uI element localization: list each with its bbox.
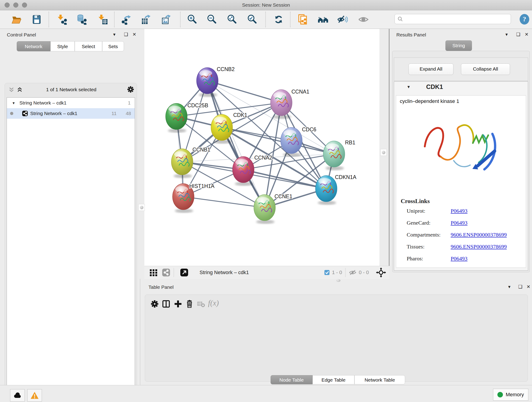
- zoom-selected-icon[interactable]: [247, 13, 258, 26]
- toolbar-separator: [290, 12, 291, 27]
- table-panel: Table Panel ▾ ❑ ✕ f(x) shared namenameca…: [140, 283, 532, 385]
- tab-node-table[interactable]: Node Table: [271, 375, 312, 384]
- tree-expand-icon[interactable]: ▼: [12, 101, 15, 105]
- open-in-window-icon[interactable]: [180, 268, 189, 277]
- refresh-icon[interactable]: [273, 13, 284, 26]
- panel-collapse-icon[interactable]: ▾: [505, 32, 508, 37]
- zoom-in-icon[interactable]: [186, 13, 197, 26]
- panel-collapse-icon[interactable]: ▾: [113, 32, 115, 37]
- panel-close-icon[interactable]: ✕: [525, 32, 529, 37]
- zoom-out-icon[interactable]: [206, 13, 217, 26]
- network-canvas[interactable]: CCNB2CCNA1CDC25BCDK1CDC6RB1CCNB1CCNA2CDK…: [144, 29, 380, 266]
- node-label: CCNA2: [254, 155, 272, 161]
- toolbar-separator: [49, 12, 49, 27]
- import-network-database-icon[interactable]: [76, 13, 87, 26]
- delete-column-icon[interactable]: [186, 300, 193, 309]
- tab-sets[interactable]: Sets: [102, 41, 124, 51]
- network-node-CDKN1A[interactable]: CDKN1A: [316, 174, 356, 205]
- selected-checkbox-icon[interactable]: [324, 270, 330, 275]
- network-node-CCNE1[interactable]: CCNE1: [254, 193, 292, 224]
- tab-network[interactable]: Network: [17, 41, 51, 51]
- network-node-RB1[interactable]: RB1: [323, 140, 355, 170]
- network-node-CCNB1[interactable]: CCNB1: [171, 147, 210, 178]
- crosslink-genecard-link[interactable]: P06493: [451, 220, 467, 226]
- import-network-file-icon[interactable]: [56, 13, 67, 26]
- node-label: CCNA1: [291, 89, 309, 95]
- automation-cloud-button[interactable]: [10, 389, 25, 402]
- warnings-button[interactable]: [27, 389, 42, 402]
- node-label: CDC25B: [187, 102, 208, 108]
- network-view-title: String Network – cdk1: [200, 269, 249, 275]
- tab-string[interactable]: String: [445, 40, 472, 51]
- zoom-fit-icon[interactable]: [226, 13, 237, 26]
- help-icon[interactable]: ?: [519, 13, 530, 26]
- birds-eye-grid-icon[interactable]: [149, 268, 158, 277]
- tab-network-table[interactable]: Network Table: [355, 375, 405, 384]
- node-label: CCNE1: [274, 193, 292, 199]
- node-count: 11: [112, 111, 117, 116]
- crosslink-label: GeneCard:: [407, 220, 431, 226]
- tab-edge-table[interactable]: Edge Table: [312, 375, 355, 384]
- crosslink-tissues-link[interactable]: 9606.ENSP00000378699: [451, 244, 507, 250]
- panel-collapse-icon[interactable]: ▾: [508, 284, 510, 289]
- entry-card: cyclin–dependent kinase 1 CrossLinks Uni…: [396, 95, 526, 268]
- export-network-icon[interactable]: [121, 13, 132, 26]
- panel-float-icon[interactable]: ❑: [518, 284, 522, 289]
- left-splitter[interactable]: [140, 29, 144, 279]
- entry-collapse-icon[interactable]: ▼: [407, 85, 411, 89]
- panel-close-icon[interactable]: ✕: [133, 32, 136, 37]
- string-home-icon[interactable]: [317, 13, 329, 26]
- export-table-icon[interactable]: [141, 13, 152, 26]
- panel-close-icon[interactable]: ✕: [526, 284, 530, 289]
- tab-style[interactable]: Style: [51, 41, 75, 51]
- open-session-icon[interactable]: [11, 13, 22, 26]
- function-builder-icon: f(x): [208, 299, 219, 307]
- panel-float-icon[interactable]: ❑: [516, 32, 520, 37]
- search-field: [394, 14, 511, 24]
- horizontal-splitter-handle[interactable]: [336, 279, 341, 282]
- window-minimize-button[interactable]: [13, 2, 18, 7]
- add-column-icon[interactable]: [174, 300, 182, 309]
- network-edge: [207, 81, 265, 208]
- table-gear-icon[interactable]: [151, 300, 158, 309]
- string-import-icon[interactable]: [298, 13, 309, 26]
- network-node-CCNB2[interactable]: CCNB2: [196, 66, 234, 97]
- collapse-all-button[interactable]: Collapse All: [461, 64, 510, 75]
- network-tree-child-row[interactable]: String Network – cdk1 11 48: [7, 108, 135, 119]
- pan-crosshair-icon[interactable]: [376, 267, 386, 278]
- window-zoom-button[interactable]: [22, 2, 27, 7]
- hide-unhide-icon[interactable]: [337, 13, 348, 26]
- show-graphics-details-icon[interactable]: [358, 13, 369, 26]
- expand-all-button[interactable]: Expand All: [409, 64, 453, 75]
- window-close-button[interactable]: [5, 2, 10, 7]
- hidden-eye-icon: [349, 269, 356, 275]
- collapse-all-networks-icon[interactable]: [17, 87, 23, 94]
- expand-all-networks-icon[interactable]: [8, 87, 14, 94]
- crosslink-uniprot-link[interactable]: P06493: [451, 208, 467, 214]
- tab-select[interactable]: Select: [75, 41, 102, 51]
- network-node-CCNA2[interactable]: CCNA2: [233, 155, 272, 186]
- network-node-CDC25B[interactable]: CDC25B: [166, 102, 208, 133]
- results-panel-title: Results Panel: [396, 32, 426, 38]
- results-list: ▼ CDK1 cyclin–dependent kinase 1 CrossLi…: [394, 81, 528, 271]
- show-columns-icon[interactable]: [162, 300, 170, 309]
- right-splitter-handle[interactable]: [380, 149, 387, 156]
- left-splitter-handle[interactable]: [138, 204, 145, 211]
- memory-button[interactable]: Memory: [493, 389, 528, 401]
- import-table-icon[interactable]: [97, 13, 108, 26]
- network-selection-status: 1 of 1 Network selected: [32, 87, 110, 92]
- search-icon: [398, 16, 403, 22]
- panel-float-icon[interactable]: ❑: [124, 32, 128, 37]
- network-tree-root-row[interactable]: ▼ String Network – cdk1 1: [7, 98, 135, 108]
- delete-table-icon: [197, 301, 205, 309]
- search-input[interactable]: [403, 16, 505, 22]
- network-options-gear-icon[interactable]: [127, 86, 134, 94]
- save-session-icon[interactable]: [31, 13, 42, 26]
- crosslink-compartments-link[interactable]: 9606.ENSP00000378699: [451, 232, 507, 238]
- network-node-HIST1H1A[interactable]: HIST1H1A: [172, 183, 215, 213]
- crosslink-pharos-link[interactable]: P06493: [451, 255, 467, 262]
- title-bar: Session: New Session: [0, 0, 532, 10]
- network-node-CCNA1[interactable]: CCNA1: [271, 89, 309, 119]
- network-overview-icon[interactable]: [162, 268, 171, 277]
- export-image-icon[interactable]: [161, 13, 172, 26]
